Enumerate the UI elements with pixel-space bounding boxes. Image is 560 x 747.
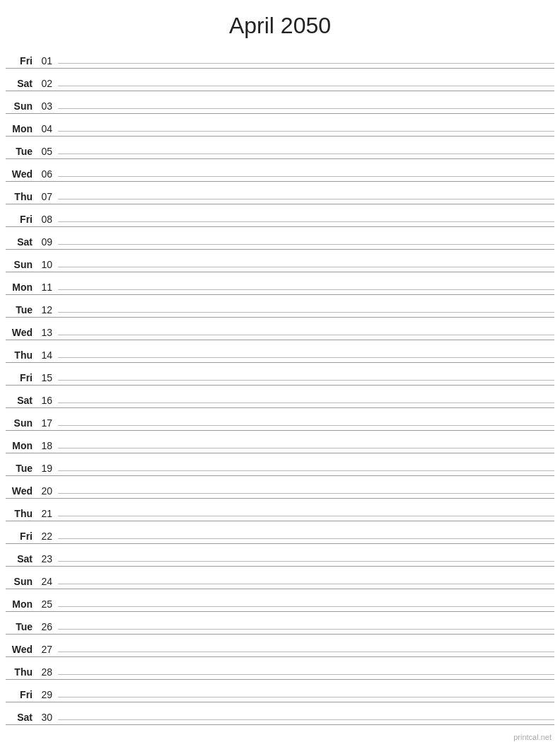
day-name: Thu: [6, 191, 37, 202]
day-line: [58, 629, 554, 630]
day-row: Thu14: [6, 340, 554, 363]
day-name: Tue: [6, 146, 37, 157]
day-row: Tue12: [6, 295, 554, 318]
day-name: Mon: [6, 598, 37, 610]
day-name: Mon: [6, 282, 37, 293]
day-number: 21: [37, 508, 58, 519]
day-line: [58, 719, 554, 720]
day-row: Fri29: [6, 680, 554, 702]
day-number: 01: [37, 55, 58, 66]
day-row: Thu21: [6, 499, 554, 521]
day-number: 13: [37, 327, 58, 338]
day-row: Wed13: [6, 318, 554, 340]
day-line: [58, 131, 554, 132]
day-number: 28: [37, 666, 58, 678]
day-number: 23: [37, 553, 58, 564]
day-number: 18: [37, 440, 58, 451]
day-line: [58, 697, 554, 697]
day-number: 22: [37, 531, 58, 542]
day-name: Sat: [6, 236, 37, 248]
day-line: [58, 606, 554, 607]
day-row: Tue26: [6, 612, 554, 635]
day-row: Sat23: [6, 544, 554, 567]
day-number: 04: [37, 123, 58, 134]
day-number: 05: [37, 146, 58, 157]
day-line: [58, 561, 554, 562]
day-line: [58, 403, 554, 403]
day-line: [58, 176, 554, 177]
day-number: 09: [37, 236, 58, 248]
day-row: Sat02: [6, 69, 554, 91]
day-name: Fri: [6, 214, 37, 225]
day-line: [58, 357, 554, 358]
day-number: 16: [37, 395, 58, 406]
day-name: Sat: [6, 712, 37, 723]
day-row: Sat16: [6, 386, 554, 408]
day-name: Sat: [6, 553, 37, 564]
day-name: Fri: [6, 689, 37, 700]
day-name: Fri: [6, 55, 37, 66]
day-name: Tue: [6, 621, 37, 632]
day-number: 26: [37, 621, 58, 632]
day-row: Wed06: [6, 159, 554, 182]
day-number: 03: [37, 100, 58, 112]
day-number: 25: [37, 598, 58, 610]
calendar-grid: Fri01Sat02Sun03Mon04Tue05Wed06Thu07Fri08…: [0, 46, 560, 725]
day-line: [58, 584, 554, 584]
day-line: [58, 244, 554, 245]
day-name: Mon: [6, 440, 37, 451]
day-name: Thu: [6, 666, 37, 678]
day-line: [58, 289, 554, 290]
day-number: 27: [37, 644, 58, 655]
day-number: 10: [37, 259, 58, 270]
day-line: [58, 674, 554, 675]
day-name: Sat: [6, 78, 37, 89]
day-number: 14: [37, 349, 58, 361]
day-number: 11: [37, 282, 58, 293]
day-name: Sun: [6, 417, 37, 429]
day-line: [58, 199, 554, 199]
day-number: 29: [37, 689, 58, 700]
day-line: [58, 380, 554, 381]
watermark: printcal.net: [513, 733, 552, 741]
day-line: [58, 448, 554, 448]
day-number: 07: [37, 191, 58, 202]
day-line: [58, 425, 554, 426]
day-row: Fri08: [6, 204, 554, 227]
day-row: Mon25: [6, 589, 554, 612]
day-row: Sat30: [6, 702, 554, 725]
day-row: Thu28: [6, 657, 554, 680]
day-row: Mon04: [6, 114, 554, 137]
day-row: Thu07: [6, 182, 554, 204]
day-row: Sun10: [6, 250, 554, 272]
day-name: Mon: [6, 123, 37, 134]
day-line: [58, 470, 554, 471]
day-row: Sun03: [6, 91, 554, 114]
day-name: Thu: [6, 508, 37, 519]
day-line: [58, 221, 554, 222]
day-row: Tue19: [6, 453, 554, 476]
day-name: Sun: [6, 259, 37, 270]
day-name: Tue: [6, 463, 37, 474]
day-name: Wed: [6, 485, 37, 497]
day-line: [58, 312, 554, 313]
day-line: [58, 516, 554, 516]
day-line: [58, 652, 554, 652]
day-name: Sun: [6, 100, 37, 112]
day-number: 17: [37, 417, 58, 429]
day-number: 30: [37, 712, 58, 723]
day-line: [58, 493, 554, 494]
day-number: 19: [37, 463, 58, 474]
day-name: Sun: [6, 576, 37, 587]
day-row: Mon18: [6, 431, 554, 453]
day-name: Wed: [6, 327, 37, 338]
day-name: Thu: [6, 349, 37, 361]
day-number: 12: [37, 304, 58, 315]
day-name: Wed: [6, 168, 37, 180]
day-row: Sun17: [6, 408, 554, 431]
day-line: [58, 86, 554, 86]
day-number: 08: [37, 214, 58, 225]
day-name: Fri: [6, 531, 37, 542]
day-number: 06: [37, 168, 58, 180]
day-row: Fri22: [6, 521, 554, 544]
